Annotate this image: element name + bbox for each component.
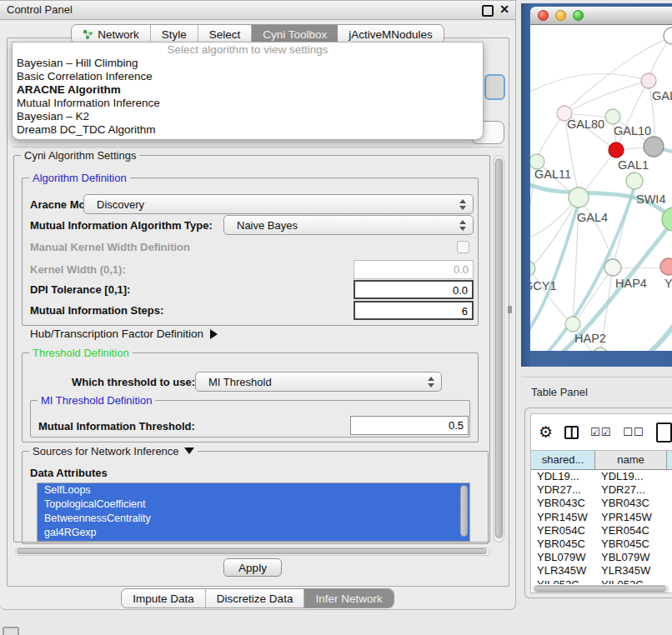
network-node[interactable] bbox=[626, 172, 643, 189]
network-edge[interactable] bbox=[579, 198, 612, 261]
network-edge[interactable] bbox=[530, 74, 649, 92]
network-edge-bundle[interactable] bbox=[647, 323, 672, 351]
tab-jactivemnodules[interactable]: jActiveMNodules bbox=[338, 25, 444, 43]
table-cell[interactable]: 12 bbox=[667, 483, 672, 497]
table-row[interactable]: YBR043CYBR043C bbox=[531, 497, 672, 510]
network-node[interactable] bbox=[609, 142, 624, 158]
table-cell[interactable]: YBL079W bbox=[595, 551, 667, 564]
mi-threshold-field[interactable]: 0.5 bbox=[350, 416, 469, 435]
network-node[interactable] bbox=[593, 348, 608, 351]
tab-select[interactable]: Select bbox=[198, 25, 253, 43]
hub-definition-toggle[interactable]: Hub/Transcription Factor Definition bbox=[30, 328, 218, 340]
table-cell[interactable]: YLR345W bbox=[595, 564, 667, 578]
document-icon[interactable] bbox=[656, 422, 672, 442]
tab-discretize-data[interactable]: Discretize Data bbox=[206, 589, 305, 608]
network-node[interactable] bbox=[604, 259, 621, 276]
split-columns-icon[interactable] bbox=[564, 426, 579, 439]
network-node[interactable] bbox=[605, 109, 620, 124]
data-attributes-list[interactable]: SelfLoopsTopologicalCoefficientBetweenne… bbox=[37, 482, 470, 542]
table-cell[interactable]: YPR145W bbox=[531, 511, 595, 524]
table-cell[interactable] bbox=[667, 497, 672, 510]
dpi-tolerance-field[interactable]: 0.0 bbox=[354, 280, 474, 299]
network-node[interactable] bbox=[644, 137, 664, 157]
table-cell[interactable]: 9. bbox=[667, 564, 672, 578]
table-row[interactable]: YBL079WYBL079W bbox=[531, 551, 672, 564]
attribute-item[interactable]: gal4RGexp bbox=[38, 526, 469, 540]
settings-scrollbar-thumb[interactable] bbox=[495, 158, 503, 538]
table-cell[interactable]: YIL052C bbox=[595, 578, 667, 585]
attribute-item[interactable]: BetweennessCentrality bbox=[38, 512, 469, 526]
which-threshold-combo[interactable]: MI Threshold bbox=[195, 372, 442, 392]
table-cell[interactable]: YBR045C bbox=[531, 538, 595, 551]
table-cell[interactable]: YPR145W bbox=[595, 511, 667, 524]
table-cell[interactable]: 8. bbox=[667, 524, 672, 538]
table-cell[interactable]: YDL19... bbox=[531, 470, 595, 483]
close-icon[interactable]: ✕ bbox=[499, 2, 509, 16]
column-header-name[interactable]: name bbox=[595, 451, 667, 469]
table-cell[interactable]: 9. bbox=[667, 511, 672, 524]
table-cell[interactable]: 13 bbox=[667, 470, 672, 483]
panel-divider-handle[interactable] bbox=[508, 306, 512, 313]
network-edge[interactable] bbox=[577, 268, 613, 319]
select-all-checkboxes-icon[interactable]: ☑☑ bbox=[590, 426, 611, 438]
algorithm-option[interactable]: Mutual Information Inference bbox=[13, 97, 483, 110]
table-row[interactable]: YIL052CYIL052C9 bbox=[531, 578, 672, 585]
apply-button[interactable]: Apply bbox=[223, 558, 282, 577]
table-cell[interactable]: YER054C bbox=[595, 524, 667, 538]
deselect-checkboxes-icon[interactable]: ☐☐ bbox=[623, 426, 644, 438]
attribute-item[interactable]: SelfLoops bbox=[38, 483, 469, 498]
table-cell[interactable]: YDR27... bbox=[531, 483, 595, 497]
table-cell[interactable]: 9. bbox=[667, 538, 672, 551]
table-cell[interactable]: YBR043C bbox=[595, 497, 667, 510]
table-cell[interactable]: YIL052C bbox=[531, 578, 595, 585]
network-node[interactable] bbox=[660, 258, 672, 275]
table-row[interactable]: YER054CYER054C8. bbox=[531, 524, 672, 538]
network-canvas[interactable]: GALGAL80GAL10GAL1GAL11SWI4GAL4GCY1HAP4YH… bbox=[530, 25, 672, 351]
table-row[interactable]: YPR145WYPR145W9. bbox=[531, 511, 672, 524]
settings-vertical-scrollbar[interactable] bbox=[494, 155, 504, 542]
close-traffic-light-icon[interactable] bbox=[538, 10, 549, 21]
network-node[interactable] bbox=[664, 28, 672, 44]
tab-impute-data[interactable]: Impute Data bbox=[122, 589, 206, 608]
settings-horizontal-scrollbar[interactable] bbox=[15, 548, 490, 556]
table-cell[interactable] bbox=[667, 551, 672, 564]
network-node[interactable] bbox=[565, 317, 580, 332]
network-window-titlebar[interactable] bbox=[530, 7, 672, 25]
minimized-panel-icon[interactable] bbox=[3, 627, 19, 635]
tab-style[interactable]: Style bbox=[151, 25, 198, 43]
table-horizontal-scrollbar[interactable] bbox=[533, 585, 669, 592]
table-cell[interactable]: YDR27... bbox=[595, 483, 667, 497]
tab-cyni-toolbox[interactable]: Cyni Toolbox bbox=[252, 25, 338, 43]
table-cell[interactable]: 9 bbox=[667, 578, 672, 585]
table-row[interactable]: YDR27...YDR27...12 bbox=[531, 483, 672, 497]
mi-algorithm-type-combo[interactable]: Naive Bayes bbox=[223, 215, 474, 235]
algorithm-option[interactable]: Dream8 DC_TDC Algorithm bbox=[13, 123, 483, 137]
algorithm-option[interactable]: Bayesian – Hill Climbing bbox=[13, 57, 483, 70]
tab-network[interactable]: Network bbox=[72, 25, 151, 43]
attributes-scrollbar[interactable] bbox=[459, 484, 469, 540]
table-cell[interactable]: YBL079W bbox=[531, 551, 595, 564]
float-window-icon[interactable] bbox=[482, 5, 494, 17]
algorithm-option[interactable]: Bayesian – K2 bbox=[13, 110, 483, 123]
table-hscrollbar-thumb[interactable] bbox=[534, 586, 666, 592]
table-cell[interactable]: YER054C bbox=[531, 524, 595, 538]
network-node[interactable] bbox=[641, 73, 656, 88]
network-node[interactable] bbox=[569, 188, 589, 208]
table-row[interactable]: YLR345WYLR345W9. bbox=[531, 564, 672, 578]
attributes-scrollbar-thumb[interactable] bbox=[460, 485, 468, 537]
mi-steps-field[interactable]: 6 bbox=[354, 301, 474, 320]
tab-infer-network[interactable]: Infer Network bbox=[304, 589, 393, 608]
table-cell[interactable]: YBR043C bbox=[531, 497, 595, 510]
table-cell[interactable]: YLR345W bbox=[531, 564, 595, 578]
column-header-clipped[interactable]: A bbox=[667, 451, 672, 469]
algorithm-option[interactable]: ARACNE Algorithm bbox=[13, 83, 483, 97]
zoom-traffic-light-icon[interactable] bbox=[573, 10, 584, 21]
table-cell[interactable]: YDL19... bbox=[595, 470, 667, 483]
column-header-shared-name[interactable]: shared... bbox=[531, 451, 595, 469]
gear-icon[interactable]: ⚙ bbox=[539, 422, 553, 442]
table-cell[interactable]: YBR045C bbox=[595, 538, 667, 551]
table-row[interactable]: YDL19...YDL19...13 bbox=[531, 470, 672, 483]
table-row[interactable]: YBR045CYBR045C9. bbox=[531, 538, 672, 551]
minimize-traffic-light-icon[interactable] bbox=[555, 10, 566, 21]
sources-group-title[interactable]: Sources for Network Inference bbox=[29, 445, 198, 458]
